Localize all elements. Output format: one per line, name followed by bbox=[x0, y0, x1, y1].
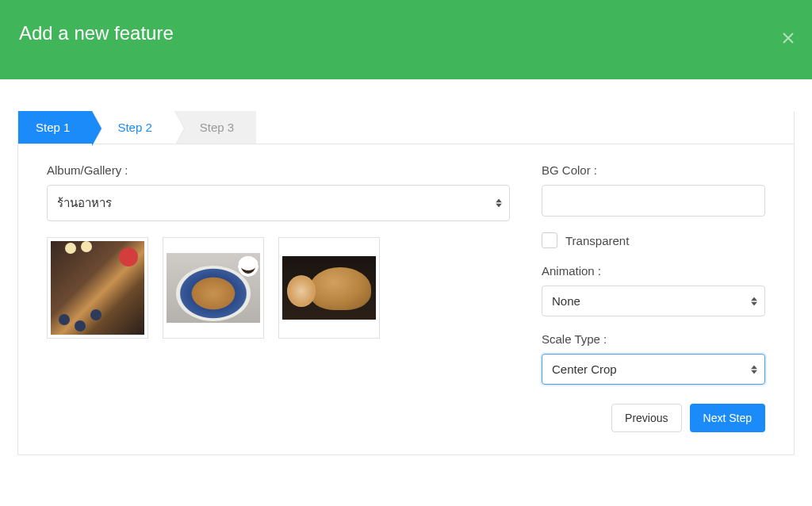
wizard-panel: Step 1 Step 2 Step 3 Album/Gallery : ร้า… bbox=[17, 111, 795, 455]
close-icon bbox=[782, 32, 795, 44]
scale-type-select[interactable]: Center Crop bbox=[542, 354, 765, 385]
scale-type-select-wrapper: Center Crop bbox=[542, 354, 765, 385]
transparent-label: Transparent bbox=[565, 234, 629, 247]
animation-select[interactable]: None bbox=[542, 286, 765, 316]
wizard-footer: Previous Next Step bbox=[542, 404, 765, 432]
previous-button[interactable]: Previous bbox=[611, 404, 681, 432]
bg-color-label: BG Color : bbox=[542, 163, 765, 177]
animation-label: Animation : bbox=[542, 264, 765, 278]
album-gallery-label: Album/Gallery : bbox=[47, 163, 510, 177]
close-button[interactable] bbox=[779, 29, 798, 48]
animation-select-wrapper: None bbox=[542, 286, 765, 316]
gallery-thumbnail-3[interactable] bbox=[278, 237, 380, 339]
right-column: BG Color : Transparent Animation : None bbox=[542, 163, 765, 432]
step-1[interactable]: Step 1 bbox=[18, 111, 92, 144]
gallery-thumbnail-2[interactable] bbox=[163, 237, 264, 339]
scale-type-label: Scale Type : bbox=[542, 332, 765, 346]
wizard-steps: Step 1 Step 2 Step 3 bbox=[18, 111, 794, 144]
album-gallery-group: Album/Gallery : ร้านอาหาร bbox=[47, 163, 510, 221]
scale-type-group: Scale Type : Center Crop bbox=[542, 332, 765, 385]
left-column: Album/Gallery : ร้านอาหาร bbox=[47, 163, 510, 432]
next-step-button[interactable]: Next Step bbox=[690, 404, 765, 432]
modal-title: Add a new feature bbox=[19, 22, 793, 44]
thumbnail-image-3 bbox=[282, 256, 376, 320]
animation-group: Animation : None bbox=[542, 264, 765, 316]
gallery-thumbnail-1[interactable] bbox=[47, 237, 148, 339]
thumbnail-image-2 bbox=[167, 253, 260, 323]
album-gallery-select[interactable]: ร้านอาหาร bbox=[47, 185, 510, 221]
step-2[interactable]: Step 2 bbox=[92, 111, 174, 144]
transparent-group: Transparent bbox=[542, 232, 765, 248]
panel-content: Album/Gallery : ร้านอาหาร bbox=[18, 144, 794, 454]
bg-color-group: BG Color : bbox=[542, 163, 765, 217]
thumbnail-image-1 bbox=[51, 241, 144, 335]
transparent-checkbox[interactable] bbox=[542, 232, 557, 248]
modal-body: Step 1 Step 2 Step 3 Album/Gallery : ร้า… bbox=[0, 79, 812, 473]
gallery-thumbnails bbox=[47, 237, 510, 339]
bg-color-input[interactable] bbox=[542, 185, 765, 217]
add-feature-modal: Add a new feature Step 1 Step 2 Step 3 A… bbox=[0, 0, 812, 473]
step-3[interactable]: Step 3 bbox=[174, 111, 256, 144]
album-gallery-select-wrapper: ร้านอาหาร bbox=[47, 185, 510, 221]
modal-header: Add a new feature bbox=[0, 0, 812, 79]
